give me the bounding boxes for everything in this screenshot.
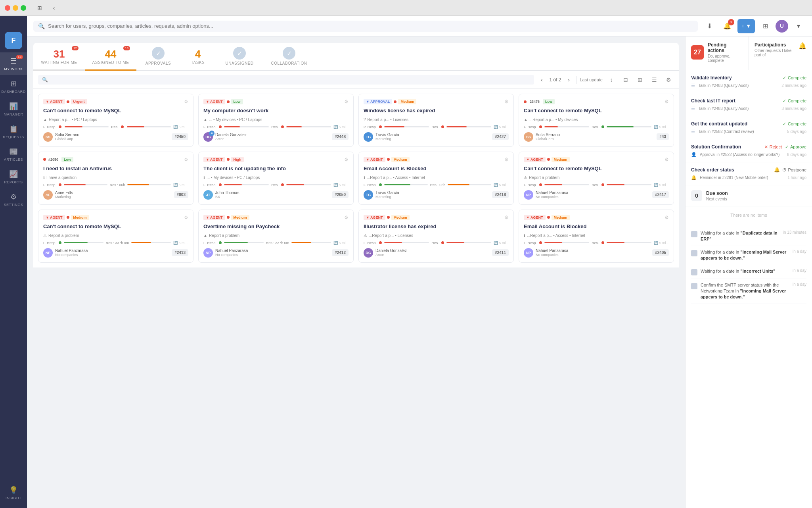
card-meta: ℹ ... • My devices • PC / Laptops [203,175,349,180]
ticket-card[interactable]: 23476 Low ⚙ Can't connect to remote MySQ… [519,94,674,147]
waiting-item-icon [691,250,697,256]
ticket-card[interactable]: ▼ AGENT Medium ⚙ Overtime missing on Pay… [198,210,354,263]
gear-icon[interactable]: ⚙ [665,99,669,104]
gear-icon[interactable]: ⚙ [665,215,669,220]
filter-button[interactable]: ⊟ [620,74,631,85]
meta-icon: ⚠ [364,233,367,238]
toolbar-divider [576,76,577,84]
postpone-button[interactable]: ⏱ Postpone [782,167,806,172]
minimize-button[interactable] [13,5,18,11]
ticket-card[interactable]: ▼ AGENT Medium ⚙ Can't connect to remote… [38,210,193,263]
due-soon-section: 0 Due soon Next events [686,185,812,206]
gear-icon[interactable]: ⚙ [665,157,669,162]
gear-icon[interactable]: ⚙ [344,157,349,162]
add-button[interactable]: + ▼ [737,19,755,33]
search-input[interactable] [48,23,693,29]
due-empty-message: There are no items [686,206,812,224]
settings-button[interactable]: ⚙ [663,74,674,85]
card-title: Can't connect to remote MySQL [43,108,188,114]
sidebar-item-manager[interactable]: 📊 MANAGER [0,98,27,120]
ticket-card[interactable]: #2050 Low ⚙ I need to install an Antivir… [38,152,193,205]
approve-button[interactable]: ✓ Approve [785,144,806,150]
card-progress: F. Resp. Res.: 06h 🔄 5 mi... [43,183,188,187]
tab-tasks[interactable]: 4 TASKS [180,43,216,71]
avatar: AF [43,190,53,200]
tab-collaboration[interactable]: ✓ COLLABORATION [263,43,315,71]
type-badge: ▼ AGENT [364,215,385,220]
pagination-next-button[interactable]: › [565,75,573,84]
ticket-card[interactable]: ▼ AGENT Urgent ⚙ Can't connect to remote… [38,94,193,147]
grid-view-button[interactable]: ⊞ [758,19,772,33]
pagination-prev-button[interactable]: ‹ [537,75,546,84]
agent-info: NP Nahuel Panzarasa No companies [43,248,88,258]
pending-title: Pending actions [708,42,743,53]
card-header: ▼ AGENT Medium ⚙ [524,157,669,162]
ticket-card[interactable]: ▼ AGENT Medium ⚙ Email Account is Blocke… [358,152,514,205]
maximize-button[interactable] [21,5,26,11]
status-dot [227,158,230,161]
card-meta: ? Report a p... • Licenses [364,117,509,122]
gear-icon[interactable]: ⚙ [344,99,349,104]
pending-count-badge: 27 [691,45,704,60]
avatar: DG 4 [203,132,213,142]
sidebar-item-requests[interactable]: 📋 REQUESTS [0,120,27,143]
participation-section: Participations Other requests I take par… [749,37,812,70]
nav-back-button[interactable]: ‹ [48,4,59,12]
action-item-order-status: Check order status 🔔 ⏱ Postpone 🔔 Remind… [686,162,812,185]
tab-assigned-to-me[interactable]: 13 44 ASSIGNED TO ME [85,43,136,71]
app-logo[interactable]: F [5,32,22,49]
pagination-info: 1 of 2 [549,77,561,83]
view-card-button[interactable]: ⊞ [634,74,645,85]
gear-icon[interactable]: ⚙ [184,99,188,104]
user-menu-button[interactable]: ▾ [791,19,806,33]
user-avatar[interactable]: U [776,20,788,33]
gear-icon[interactable]: ⚙ [344,215,349,220]
card-meta: ℹ ...Report a p... • Access • Internet [364,175,509,180]
ticket-card[interactable]: ▼ APPROVAL Medium ⚙ Windows license has … [358,94,514,147]
ticket-search-input[interactable] [50,77,530,83]
tab-approvals[interactable]: ✓ APPROVALS [136,43,180,71]
ticket-card[interactable]: ▼ AGENT Medium ⚙ Can't connect to remote… [519,152,674,205]
agent-info: DG Daniela Gonzalez Arcor [364,248,407,258]
list-item: Confirm the SMTP server status with the … [691,279,806,304]
card-title: My computer doesn't work [203,108,349,114]
list-item: Waiting for a date in "Incorrect Units" … [691,265,806,279]
sidebar-item-reports[interactable]: 📈 REPORTS [0,165,27,188]
status-dot [387,216,390,219]
ticket-card[interactable]: ▼ AGENT High ⚙ The client is not updatin… [198,152,354,205]
card-meta: ▲ ...Report a p... • My devices [524,117,669,122]
sidebar-toggle-button[interactable]: ⊞ [34,4,45,12]
sidebar-item-dashboard[interactable]: ⊞ DASHBOARD [0,75,27,98]
card-header: ▼ AGENT Low ⚙ [203,99,349,104]
view-list-button[interactable]: ☰ [649,74,660,85]
waiting-tab-badge: 12 [72,46,79,50]
action-item-contract: Get the contract updated ✓ Complete ☰ Ta… [686,116,812,139]
download-button[interactable]: ⬇ [703,19,717,33]
tab-waiting-for-me[interactable]: 12 31 WAITING FOR ME [33,43,85,71]
gear-icon[interactable]: ⚙ [504,215,509,220]
sidebar-item-articles[interactable]: 📰 ARTICLES [0,143,27,165]
main-content: 🔍 ⬇ 🔔 1 + ▼ ⊞ U ▾ 12 31 WA [27,16,812,508]
agent-info: SS Sofia Serrano GlobalCorp [524,132,560,142]
priority-badge: Medium [231,215,249,220]
gear-icon[interactable]: ⚙ [504,157,509,162]
notification-button[interactable]: 🔔 1 [720,19,734,33]
card-header: ▼ APPROVAL Medium ⚙ [364,99,509,104]
gear-icon[interactable]: ⚙ [184,215,188,220]
card-progress: F. Resp. Res.: 337h 0m 🔄 5 mi... [203,241,349,245]
ticket-card[interactable]: ▼ AGENT Medium ⚙ Email Account is Blocke… [519,210,674,263]
close-button[interactable] [5,5,10,11]
meta-icon: ▲ [203,117,207,122]
gear-icon[interactable]: ⚙ [184,157,188,162]
sidebar-item-settings[interactable]: ⚙ SETTINGS [0,188,27,211]
sidebar-item-my-work[interactable]: ☰ MY WORK 13 [0,52,27,75]
gear-icon[interactable]: ⚙ [504,99,509,104]
sidebar-item-insight[interactable]: 💡 INSIGHT [0,481,27,504]
waiting-list: Waiting for a date in "Duplicate data in… [686,224,812,307]
card-header: ▼ AGENT Urgent ⚙ [43,99,188,104]
ticket-card[interactable]: ▼ AGENT Low ⚙ My computer doesn't work ▲… [198,94,354,147]
ticket-card[interactable]: ▼ AGENT Medium ⚙ Illustrator license has… [358,210,514,263]
tab-unassigned[interactable]: ✓ UNASSIGNED [216,43,263,71]
reject-button[interactable]: ✕ Reject [764,144,782,150]
sort-button[interactable]: ↕ [606,74,617,85]
